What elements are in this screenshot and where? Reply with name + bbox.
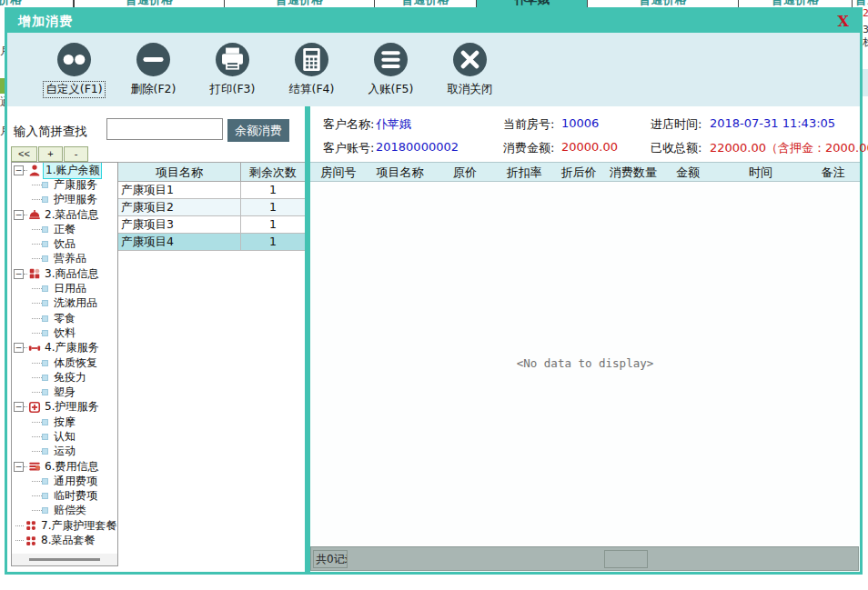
background-tab[interactable]: 普通价格 — [738, 0, 853, 7]
grid-col-金额[interactable]: 金额 — [661, 163, 715, 181]
tree-item-label: 临时费项 — [52, 488, 99, 504]
collapse-tree-button[interactable]: << — [11, 146, 37, 162]
tree-horizontal-scrollbar[interactable] — [12, 554, 117, 565]
combo-icon — [25, 519, 38, 532]
lines-icon — [374, 43, 408, 76]
tree-item-营养品[interactable]: 营养品 — [12, 252, 117, 266]
expand-toggle-icon[interactable]: − — [14, 343, 24, 353]
expand-toggle-icon[interactable]: − — [14, 269, 24, 279]
tree-item-饮料[interactable]: 饮料 — [12, 325, 117, 340]
tree-item-认知[interactable]: 认知 — [12, 429, 117, 444]
person-icon — [28, 164, 42, 176]
tree-item-零食[interactable]: 零食 — [12, 311, 117, 325]
expand-toggle-icon[interactable]: − — [14, 462, 24, 472]
tree-item-洗漱用品[interactable]: 洗漱用品 — [12, 296, 117, 311]
tree-item-饮品[interactable]: 饮品 — [12, 236, 117, 251]
fees-icon — [28, 460, 42, 473]
tree-item-label: 运动 — [52, 444, 77, 459]
tree-leaf-bullet-icon — [42, 255, 48, 262]
background-tab[interactable]: 普通价格 — [852, 0, 868, 7]
tree-item-正餐[interactable]: 正餐 — [12, 222, 117, 236]
打印-F3--button[interactable]: 打印(F3) — [193, 33, 272, 106]
grid-col-原价[interactable]: 原价 — [433, 163, 497, 181]
dish-icon — [28, 208, 42, 221]
tree-item-按摩[interactable]: 按摩 — [12, 415, 117, 429]
expand-toggle-icon[interactable]: − — [14, 402, 24, 412]
expand-toggle-icon[interactable]: − — [14, 165, 24, 175]
info-value: 2018-07-31 11:43:05 — [710, 116, 835, 130]
item-row-产康项目1[interactable]: 产康项目11 — [118, 182, 305, 199]
入账-F5--button[interactable]: 入账(F5) — [351, 33, 430, 106]
grid-col-备注[interactable]: 备注 — [806, 163, 860, 181]
tree-leaf-bullet-icon — [42, 241, 48, 247]
tree-item-label: 免疫力 — [52, 370, 88, 385]
background-tab[interactable]: 普通价格 — [0, 0, 74, 7]
background-tab[interactable]: 普通价格 — [374, 0, 477, 7]
tree-item-label: 护理服务 — [52, 192, 99, 207]
search-input[interactable] — [106, 118, 223, 140]
tool-label: 自定义(F1) — [44, 82, 104, 97]
grid-col-折扣率[interactable]: 折扣率 — [497, 163, 551, 181]
tree-item-赔偿类[interactable]: 赔偿类 — [12, 504, 117, 518]
background-tab[interactable]: 普通价格 — [74, 0, 225, 7]
tree-item-3.商品信息[interactable]: −3.商品信息 — [12, 266, 117, 281]
tree-leaf-bullet-icon — [42, 300, 48, 306]
scrollbar-thumb[interactable] — [29, 558, 101, 561]
tree-leaf-bullet-icon — [42, 389, 48, 395]
tree-item-label: 8.菜品套餐 — [39, 533, 96, 548]
tree-item-体质恢复[interactable]: 体质恢复 — [12, 355, 117, 370]
grid-col-项目名称[interactable]: 项目名称 — [367, 163, 433, 181]
tree-item-通用费项[interactable]: 通用费项 — [12, 474, 117, 488]
background-tab[interactable]: 普通价格 — [587, 0, 739, 7]
balance-consume-button[interactable]: 余额消费 — [227, 119, 289, 142]
tree-item-免疫力[interactable]: 免疫力 — [12, 370, 117, 385]
tree-item-7.产康护理套餐[interactable]: 7.产康护理套餐 — [12, 518, 117, 533]
expand-toggle-icon[interactable]: − — [14, 210, 24, 220]
close-icon[interactable]: X — [838, 13, 849, 30]
grid-col-时间[interactable]: 时间 — [715, 163, 806, 181]
结算-F4--button[interactable]: 结算(F4) — [272, 33, 351, 106]
collapse-all-button[interactable]: - — [64, 146, 88, 162]
item-row-产康项目3[interactable]: 产康项目31 — [118, 216, 305, 234]
tree-item-label: 正餐 — [52, 222, 77, 237]
item-row-产康项目4[interactable]: 产康项目41 — [118, 234, 305, 251]
删除-F2--button[interactable]: 删除(F2) — [114, 33, 193, 106]
grid-col-折后价[interactable]: 折后价 — [551, 163, 606, 181]
tree-item-5.护理服务[interactable]: −5.护理服务 — [12, 400, 117, 415]
tree-item-1.账户余额[interactable]: −1.账户余额 — [12, 163, 117, 177]
info-value: 20180000002 — [376, 140, 459, 154]
tree-item-4.产康服务[interactable]: −4.产康服务 — [12, 341, 117, 355]
tree-item-label: 通用费项 — [52, 474, 99, 489]
tree-item-运动[interactable]: 运动 — [12, 445, 117, 459]
tree-item-2.菜品信息[interactable]: −2.菜品信息 — [12, 207, 117, 222]
info-value: 仆苹娥 — [376, 116, 411, 133]
tree-item-临时费项[interactable]: 临时费项 — [12, 489, 117, 504]
item-row-产康项目2[interactable]: 产康项目21 — [118, 199, 305, 216]
tree-item-label: 体质恢复 — [52, 355, 99, 371]
dumbbell-icon — [28, 342, 42, 355]
items-col-remaining[interactable]: 剩余次数 — [241, 163, 305, 181]
background-tab[interactable]: 普通价格 — [224, 0, 375, 7]
grid-col-消费数量[interactable]: 消费数量 — [606, 163, 661, 181]
tree-item-产康服务[interactable]: 产康服务 — [12, 177, 117, 192]
自定义-F1--button[interactable]: 自定义(F1) — [35, 33, 114, 106]
tree-item-护理服务[interactable]: 护理服务 — [12, 193, 117, 207]
取消关闭-button[interactable]: 取消关闭 — [430, 33, 510, 106]
tree-item-8.菜品套餐[interactable]: 8.菜品套餐 — [12, 533, 117, 547]
close-icon — [453, 43, 487, 76]
background-tab[interactable]: 仆苹娥 — [476, 0, 588, 7]
combo-icon — [25, 535, 38, 547]
tree-item-6.费用信息[interactable]: −6.费用信息 — [12, 459, 117, 474]
tree-leaf-bullet-icon — [42, 285, 48, 292]
grid-col-房间号[interactable]: 房间号 — [310, 163, 367, 181]
items-list: 项目名称 剩余次数 产康项目11产康项目21产康项目31产康项目41 — [118, 162, 305, 251]
expand-all-button[interactable]: + — [38, 146, 63, 162]
tree-item-日用品[interactable]: 日用品 — [12, 281, 117, 295]
items-col-name[interactable]: 项目名称 — [118, 163, 241, 181]
tree-leaf-bullet-icon — [42, 315, 48, 322]
tree-leaf-bullet-icon — [42, 360, 48, 366]
tree-item-label: 营养品 — [52, 251, 88, 266]
customer-info: 客户名称:仆苹娥当前房号:10006进店时间:2018-07-31 11:43:… — [310, 106, 860, 162]
tree-item-label: 5.护理服务 — [43, 399, 100, 415]
tree-item-塑身[interactable]: 塑身 — [12, 385, 117, 399]
